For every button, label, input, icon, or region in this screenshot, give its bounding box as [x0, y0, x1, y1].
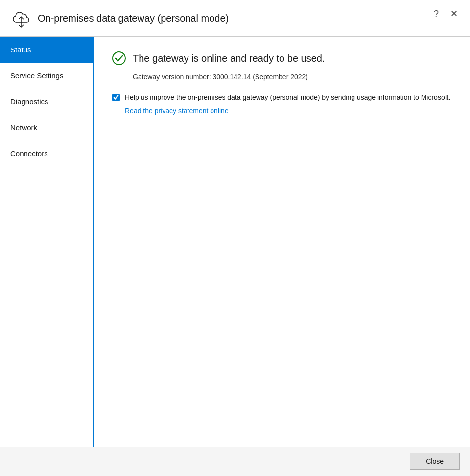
svg-point-2 — [113, 52, 125, 65]
version-text: Gateway version number: 3000.142.14 (Sep… — [133, 73, 452, 81]
sidebar-item-status[interactable]: Status — [0, 37, 93, 63]
title-bar-left: On-premises data gateway (personal mode) — [10, 7, 462, 29]
help-text: Help us improve the on-premises data gat… — [125, 93, 450, 103]
app-window: On-premises data gateway (personal mode)… — [0, 0, 470, 476]
help-button[interactable]: ? — [430, 7, 443, 20]
title-bar: On-premises data gateway (personal mode)… — [0, 0, 470, 36]
sidebar-item-diagnostics[interactable]: Diagnostics — [0, 89, 93, 115]
sidebar-item-network[interactable]: Network — [0, 115, 93, 141]
status-title-text: The gateway is online and ready to be us… — [133, 53, 325, 64]
checkbox-container: Help us improve the on-premises data gat… — [112, 93, 452, 103]
main-panel: The gateway is online and ready to be us… — [94, 37, 470, 447]
close-button[interactable]: Close — [410, 453, 460, 470]
help-section: Help us improve the on-premises data gat… — [112, 93, 452, 115]
status-online-icon — [112, 51, 126, 65]
usage-data-checkbox[interactable] — [112, 94, 120, 101]
content-area: Status Service Settings Diagnostics Netw… — [0, 37, 470, 447]
footer: Close — [0, 447, 470, 476]
sidebar: Status Service Settings Diagnostics Netw… — [0, 37, 94, 447]
status-header: The gateway is online and ready to be us… — [112, 51, 452, 65]
window-close-button[interactable]: ✕ — [446, 7, 462, 20]
sidebar-item-connectors[interactable]: Connectors — [0, 141, 93, 167]
window-title: On-premises data gateway (personal mode) — [38, 13, 229, 24]
cloud-gateway-icon — [10, 7, 32, 29]
privacy-link[interactable]: Read the privacy statement online — [125, 107, 452, 115]
title-bar-actions: ? ✕ — [430, 7, 462, 20]
sidebar-item-service-settings[interactable]: Service Settings — [0, 63, 93, 89]
